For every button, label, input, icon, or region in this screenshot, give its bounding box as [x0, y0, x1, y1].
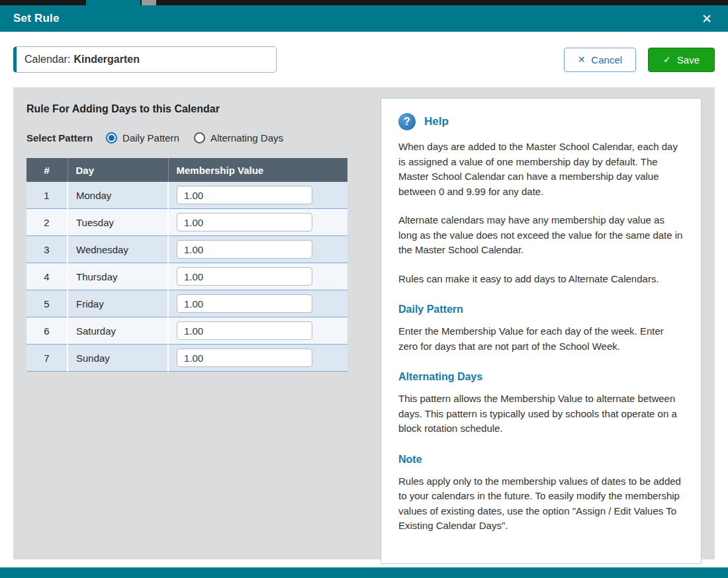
help-intro-paragraph: Rules can make it easy to add days to Al…: [398, 272, 684, 287]
help-section-body: Enter the Membership Value for each day …: [398, 324, 684, 354]
row-value-cell: [168, 317, 347, 345]
row-value-cell: [168, 263, 347, 290]
toolbar: Calendar: Kindergarten ✕ Cancel ✓ Save: [0, 32, 728, 87]
membership-value-input[interactable]: [177, 349, 312, 367]
rule-section: Rule For Adding Days to this Calendar Se…: [26, 98, 361, 549]
table-row: 6 Saturday: [26, 317, 347, 345]
table-row: 7 Sunday: [26, 345, 347, 372]
save-button-label: Save: [677, 54, 700, 65]
page-title: Set Rule: [13, 12, 60, 25]
table-row: 4 Thursday: [26, 263, 347, 290]
modal-footer-bar: [0, 567, 728, 578]
row-value-cell: [168, 209, 347, 236]
radio-alternating-days-label: Alternating Days: [210, 132, 283, 144]
table-row: 3 Wednesday: [26, 236, 347, 263]
calendar-name-field: Calendar: Kindergarten: [13, 46, 277, 73]
calendar-value: Kindergarten: [73, 54, 140, 65]
membership-value-input[interactable]: [177, 321, 312, 340]
row-day: Wednesday: [68, 236, 168, 263]
row-number: 6: [26, 317, 68, 345]
rule-heading: Rule For Adding Days to this Calendar: [26, 103, 361, 115]
row-number: 5: [26, 290, 68, 317]
pattern-label: Select Pattern: [26, 132, 93, 144]
background-tab-small: [142, 0, 156, 5]
help-section-body: This pattern allows the Membership Value…: [398, 392, 684, 436]
action-buttons: ✕ Cancel ✓ Save: [564, 48, 715, 72]
row-day: Monday: [68, 182, 168, 209]
help-section-heading-daily-pattern: Daily Pattern: [398, 304, 684, 315]
save-button[interactable]: ✓ Save: [648, 48, 715, 72]
table-row: 5 Friday: [26, 290, 347, 317]
table-body: 1 Monday 2 Tuesday 3 Wednesday: [26, 182, 347, 372]
help-section-heading-alternating-days: Alternating Days: [398, 371, 684, 383]
row-day: Sunday: [68, 345, 168, 372]
row-number: 2: [26, 209, 68, 236]
row-number: 1: [26, 182, 68, 209]
radio-daily-pattern[interactable]: Daily Pattern: [106, 132, 179, 144]
background-page-strip: [0, 0, 728, 5]
row-day: Friday: [68, 290, 168, 317]
radio-selected-icon[interactable]: [106, 132, 117, 144]
row-number: 7: [26, 345, 68, 372]
table-header: # Day Membership Value: [26, 158, 347, 182]
help-panel: ? Help When days are added to the Master…: [381, 98, 702, 564]
row-value-cell: [168, 345, 347, 372]
row-day: Thursday: [68, 263, 168, 290]
row-value-cell: [168, 236, 347, 263]
col-header-membership-value: Membership Value: [168, 158, 347, 182]
help-intro-paragraph: Alternate calendars may have any members…: [398, 213, 684, 258]
help-section-heading-note: Note: [398, 454, 684, 466]
row-number: 3: [26, 236, 68, 263]
help-question-icon: ?: [398, 113, 416, 130]
row-value-cell: [168, 182, 347, 209]
cancel-button[interactable]: ✕ Cancel: [564, 48, 636, 72]
col-header-number: #: [26, 158, 68, 182]
col-header-day: Day: [68, 158, 168, 182]
background-tab: [86, 0, 140, 5]
cancel-button-label: Cancel: [591, 54, 622, 65]
modal-header: Set Rule ✕: [0, 5, 728, 32]
help-title: Help: [424, 115, 449, 128]
membership-value-table: # Day Membership Value 1 Monday 2 Tuesda…: [26, 158, 347, 372]
row-value-cell: [168, 290, 347, 317]
radio-unselected-icon[interactable]: [194, 132, 205, 144]
row-day: Saturday: [68, 317, 168, 345]
radio-alternating-days[interactable]: Alternating Days: [194, 132, 283, 144]
membership-value-input[interactable]: [177, 186, 312, 204]
save-check-icon: ✓: [663, 54, 671, 65]
cancel-x-icon: ✕: [578, 54, 586, 65]
close-icon[interactable]: ✕: [699, 10, 715, 28]
membership-value-input[interactable]: [177, 213, 312, 231]
membership-value-input[interactable]: [177, 240, 312, 259]
radio-daily-pattern-label: Daily Pattern: [122, 132, 179, 144]
modal-body: Rule For Adding Days to this Calendar Se…: [13, 87, 715, 559]
membership-value-input[interactable]: [177, 294, 312, 313]
table-row: 1 Monday: [26, 182, 347, 209]
help-intro-paragraph: When days are added to the Master School…: [398, 140, 684, 199]
table-row: 2 Tuesday: [26, 209, 347, 236]
pattern-selector: Select Pattern Daily Pattern Alternating…: [26, 132, 361, 144]
row-day: Tuesday: [68, 209, 168, 236]
membership-value-input[interactable]: [177, 267, 312, 286]
calendar-label: Calendar:: [24, 54, 70, 65]
help-section-body: Rules apply only to the membership value…: [398, 474, 684, 534]
help-header: ? Help: [398, 113, 684, 130]
row-number: 4: [26, 263, 68, 290]
